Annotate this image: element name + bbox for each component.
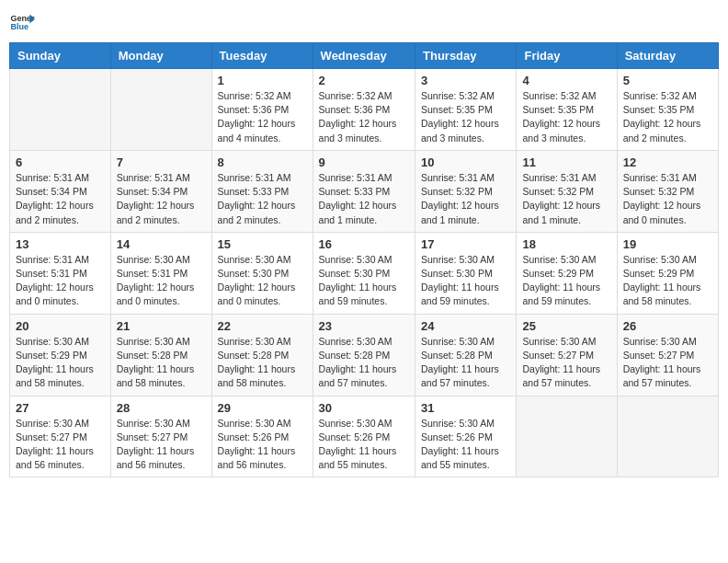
- day-number: 30: [319, 401, 409, 415]
- day-number: 24: [421, 319, 510, 333]
- week-row-4: 20Sunrise: 5:30 AM Sunset: 5:29 PM Dayli…: [10, 314, 719, 396]
- weekday-sunday: Sunday: [10, 43, 111, 69]
- svg-text:Blue: Blue: [10, 22, 28, 31]
- day-number: 9: [319, 155, 409, 169]
- day-number: 25: [522, 319, 610, 333]
- day-info: Sunrise: 5:30 AM Sunset: 5:28 PM Dayligh…: [319, 335, 409, 391]
- day-info: Sunrise: 5:32 AM Sunset: 5:35 PM Dayligh…: [421, 89, 510, 145]
- day-number: 11: [522, 155, 610, 169]
- day-info: Sunrise: 5:32 AM Sunset: 5:36 PM Dayligh…: [319, 89, 409, 145]
- day-number: 2: [319, 74, 409, 87]
- day-info: Sunrise: 5:30 AM Sunset: 5:29 PM Dayligh…: [16, 335, 105, 391]
- day-number: 4: [522, 74, 610, 87]
- calendar-cell: [110, 69, 211, 151]
- calendar-cell: 7Sunrise: 5:31 AM Sunset: 5:34 PM Daylig…: [110, 150, 211, 232]
- calendar-cell: 16Sunrise: 5:30 AM Sunset: 5:30 PM Dayli…: [313, 232, 415, 314]
- day-number: 31: [421, 401, 510, 415]
- day-info: Sunrise: 5:30 AM Sunset: 5:30 PM Dayligh…: [421, 253, 510, 309]
- calendar: SundayMondayTuesdayWednesdayThursdayFrid…: [9, 42, 719, 477]
- calendar-cell: 3Sunrise: 5:32 AM Sunset: 5:35 PM Daylig…: [415, 69, 517, 151]
- calendar-cell: 27Sunrise: 5:30 AM Sunset: 5:27 PM Dayli…: [10, 396, 111, 477]
- calendar-body: 1Sunrise: 5:32 AM Sunset: 5:36 PM Daylig…: [10, 69, 719, 477]
- day-number: 21: [117, 319, 206, 333]
- day-number: 28: [117, 401, 206, 415]
- header: General Blue: [9, 9, 719, 35]
- day-info: Sunrise: 5:30 AM Sunset: 5:27 PM Dayligh…: [117, 417, 206, 473]
- calendar-cell: [617, 396, 718, 477]
- calendar-cell: 11Sunrise: 5:31 AM Sunset: 5:32 PM Dayli…: [517, 150, 617, 232]
- day-number: 8: [218, 155, 307, 169]
- calendar-cell: 15Sunrise: 5:30 AM Sunset: 5:30 PM Dayli…: [211, 232, 313, 314]
- week-row-2: 6Sunrise: 5:31 AM Sunset: 5:34 PM Daylig…: [10, 150, 719, 232]
- day-info: Sunrise: 5:32 AM Sunset: 5:35 PM Dayligh…: [522, 89, 610, 145]
- calendar-cell: 30Sunrise: 5:30 AM Sunset: 5:26 PM Dayli…: [313, 396, 415, 477]
- day-info: Sunrise: 5:30 AM Sunset: 5:29 PM Dayligh…: [522, 253, 610, 309]
- day-number: 15: [218, 237, 307, 251]
- day-info: Sunrise: 5:30 AM Sunset: 5:29 PM Dayligh…: [623, 253, 712, 309]
- day-number: 13: [16, 237, 105, 251]
- day-info: Sunrise: 5:31 AM Sunset: 5:32 PM Dayligh…: [623, 171, 712, 227]
- calendar-cell: 31Sunrise: 5:30 AM Sunset: 5:26 PM Dayli…: [415, 396, 517, 477]
- calendar-cell: 18Sunrise: 5:30 AM Sunset: 5:29 PM Dayli…: [517, 232, 617, 314]
- day-number: 20: [16, 319, 105, 333]
- logo: General Blue: [9, 9, 35, 35]
- day-info: Sunrise: 5:30 AM Sunset: 5:30 PM Dayligh…: [319, 253, 409, 309]
- calendar-cell: 9Sunrise: 5:31 AM Sunset: 5:33 PM Daylig…: [313, 150, 415, 232]
- day-info: Sunrise: 5:30 AM Sunset: 5:26 PM Dayligh…: [421, 417, 510, 473]
- calendar-cell: [10, 69, 111, 151]
- day-number: 19: [623, 237, 712, 251]
- weekday-header-row: SundayMondayTuesdayWednesdayThursdayFrid…: [10, 43, 719, 69]
- day-number: 29: [218, 401, 307, 415]
- calendar-cell: 5Sunrise: 5:32 AM Sunset: 5:35 PM Daylig…: [617, 69, 718, 151]
- day-info: Sunrise: 5:30 AM Sunset: 5:27 PM Dayligh…: [522, 335, 610, 391]
- day-number: 6: [16, 155, 105, 169]
- day-info: Sunrise: 5:30 AM Sunset: 5:27 PM Dayligh…: [16, 417, 105, 473]
- day-info: Sunrise: 5:30 AM Sunset: 5:26 PM Dayligh…: [319, 417, 409, 473]
- week-row-5: 27Sunrise: 5:30 AM Sunset: 5:27 PM Dayli…: [10, 396, 719, 477]
- day-info: Sunrise: 5:30 AM Sunset: 5:28 PM Dayligh…: [117, 335, 206, 391]
- week-row-3: 13Sunrise: 5:31 AM Sunset: 5:31 PM Dayli…: [10, 232, 719, 314]
- day-number: 1: [218, 74, 307, 87]
- calendar-cell: 4Sunrise: 5:32 AM Sunset: 5:35 PM Daylig…: [517, 69, 617, 151]
- day-number: 14: [117, 237, 206, 251]
- calendar-cell: 19Sunrise: 5:30 AM Sunset: 5:29 PM Dayli…: [617, 232, 718, 314]
- day-info: Sunrise: 5:32 AM Sunset: 5:35 PM Dayligh…: [623, 89, 712, 145]
- day-info: Sunrise: 5:30 AM Sunset: 5:26 PM Dayligh…: [218, 417, 307, 473]
- logo-icon: General Blue: [9, 9, 35, 35]
- day-info: Sunrise: 5:31 AM Sunset: 5:31 PM Dayligh…: [16, 253, 105, 309]
- calendar-cell: 13Sunrise: 5:31 AM Sunset: 5:31 PM Dayli…: [10, 232, 111, 314]
- day-info: Sunrise: 5:31 AM Sunset: 5:34 PM Dayligh…: [117, 171, 206, 227]
- day-info: Sunrise: 5:30 AM Sunset: 5:28 PM Dayligh…: [218, 335, 307, 391]
- calendar-cell: 24Sunrise: 5:30 AM Sunset: 5:28 PM Dayli…: [415, 314, 517, 396]
- weekday-thursday: Thursday: [415, 43, 517, 69]
- calendar-cell: 28Sunrise: 5:30 AM Sunset: 5:27 PM Dayli…: [110, 396, 211, 477]
- calendar-cell: 12Sunrise: 5:31 AM Sunset: 5:32 PM Dayli…: [617, 150, 718, 232]
- day-number: 23: [319, 319, 409, 333]
- weekday-monday: Monday: [110, 43, 211, 69]
- weekday-tuesday: Tuesday: [211, 43, 313, 69]
- day-info: Sunrise: 5:31 AM Sunset: 5:32 PM Dayligh…: [522, 171, 610, 227]
- day-info: Sunrise: 5:30 AM Sunset: 5:31 PM Dayligh…: [117, 253, 206, 309]
- calendar-cell: 26Sunrise: 5:30 AM Sunset: 5:27 PM Dayli…: [617, 314, 718, 396]
- day-info: Sunrise: 5:30 AM Sunset: 5:30 PM Dayligh…: [218, 253, 307, 309]
- calendar-cell: [517, 396, 617, 477]
- calendar-cell: 20Sunrise: 5:30 AM Sunset: 5:29 PM Dayli…: [10, 314, 111, 396]
- day-number: 3: [421, 74, 510, 87]
- day-info: Sunrise: 5:31 AM Sunset: 5:34 PM Dayligh…: [16, 171, 105, 227]
- weekday-friday: Friday: [517, 43, 617, 69]
- day-number: 27: [16, 401, 105, 415]
- weekday-saturday: Saturday: [617, 43, 718, 69]
- calendar-cell: 21Sunrise: 5:30 AM Sunset: 5:28 PM Dayli…: [110, 314, 211, 396]
- day-info: Sunrise: 5:32 AM Sunset: 5:36 PM Dayligh…: [218, 89, 307, 145]
- day-number: 22: [218, 319, 307, 333]
- day-number: 12: [623, 155, 712, 169]
- day-info: Sunrise: 5:30 AM Sunset: 5:28 PM Dayligh…: [421, 335, 510, 391]
- day-number: 17: [421, 237, 510, 251]
- day-number: 16: [319, 237, 409, 251]
- calendar-cell: 14Sunrise: 5:30 AM Sunset: 5:31 PM Dayli…: [110, 232, 211, 314]
- day-number: 5: [623, 74, 712, 87]
- day-info: Sunrise: 5:31 AM Sunset: 5:32 PM Dayligh…: [421, 171, 510, 227]
- day-number: 7: [117, 155, 206, 169]
- day-number: 18: [522, 237, 610, 251]
- calendar-cell: 23Sunrise: 5:30 AM Sunset: 5:28 PM Dayli…: [313, 314, 415, 396]
